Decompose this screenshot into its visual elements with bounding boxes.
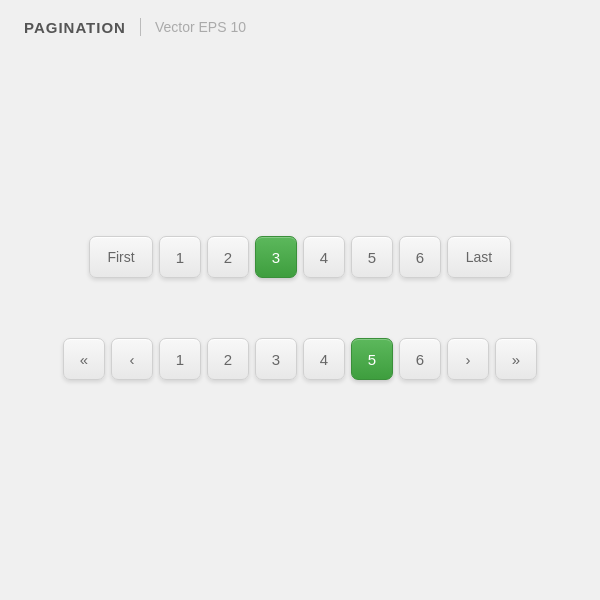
page-btn-1[interactable]: 1 bbox=[159, 236, 201, 278]
page-btn-0[interactable]: « bbox=[63, 338, 105, 380]
pagination-row-1: First123456Last bbox=[89, 236, 511, 278]
page-btn-5[interactable]: 5 bbox=[351, 236, 393, 278]
page-btn-7[interactable]: 6 bbox=[399, 338, 441, 380]
page-btn-8[interactable]: › bbox=[447, 338, 489, 380]
page-btn-9[interactable]: » bbox=[495, 338, 537, 380]
page-btn-4[interactable]: 4 bbox=[303, 236, 345, 278]
page-btn-3[interactable]: 3 bbox=[255, 236, 297, 278]
page-btn-2[interactable]: 1 bbox=[159, 338, 201, 380]
page-btn-5[interactable]: 4 bbox=[303, 338, 345, 380]
header-divider bbox=[140, 18, 141, 36]
page-btn-0[interactable]: First bbox=[89, 236, 153, 278]
pagination-row-2: «‹123456›» bbox=[63, 338, 537, 380]
page-btn-7[interactable]: Last bbox=[447, 236, 511, 278]
page-btn-2[interactable]: 2 bbox=[207, 236, 249, 278]
page-btn-1[interactable]: ‹ bbox=[111, 338, 153, 380]
page-btn-4[interactable]: 3 bbox=[255, 338, 297, 380]
page-btn-3[interactable]: 2 bbox=[207, 338, 249, 380]
main-content: First123456Last «‹123456›» bbox=[0, 46, 600, 600]
page-btn-6[interactable]: 6 bbox=[399, 236, 441, 278]
header: PAGINATION Vector EPS 10 bbox=[0, 0, 600, 46]
header-title: PAGINATION bbox=[24, 19, 126, 36]
page-btn-6[interactable]: 5 bbox=[351, 338, 393, 380]
header-subtitle: Vector EPS 10 bbox=[155, 19, 246, 35]
